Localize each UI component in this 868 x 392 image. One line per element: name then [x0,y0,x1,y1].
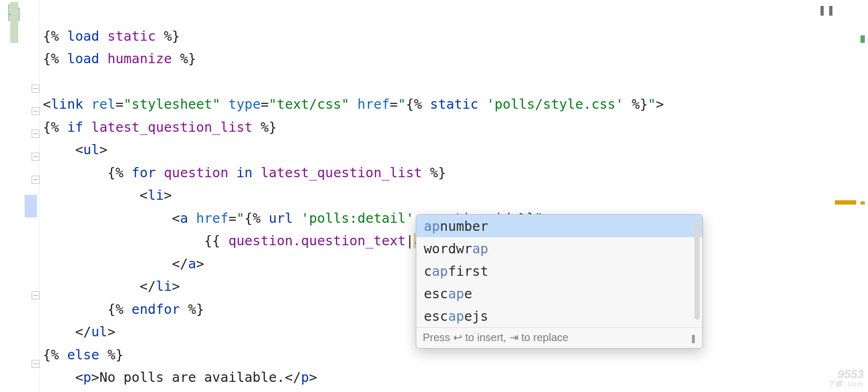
attr-href: href [196,210,228,226]
tag-ul: ul [83,142,99,157]
autocomplete-item-capfirst[interactable]: capfirst [416,260,702,282]
keyword-url: url [269,210,293,226]
gutter [0,0,40,392]
tag-link: link [51,96,83,112]
keyword-in: in [236,165,252,180]
keyword-static: static [430,96,478,112]
more-options-icon[interactable]: ••• [691,334,696,342]
hint-text: to insert, [462,331,510,343]
static-path: 'polls/style.css' [487,96,624,112]
rail-marker-warning-wide[interactable] [835,200,856,205]
attr-rel: rel [91,96,115,112]
expr-question-text: question.question_text [228,233,406,248]
fold-toggle[interactable] [32,130,40,138]
fold-toggle[interactable] [32,291,40,299]
autocomplete-item-apnumber[interactable]: apnumber [416,215,702,237]
val-stylesheet: "stylesheet" [124,96,221,112]
tag-a-close: a [188,256,196,272]
autocomplete-item-escapejs[interactable]: escapejs [416,305,702,327]
rail-marker-warning[interactable] [860,201,865,205]
val-textcss: "text/css" [269,96,350,112]
autocomplete-popup[interactable]: apnumber wordwrap capfirst escape escape… [416,214,703,349]
keyword-for: for [132,165,156,180]
pause-icon[interactable]: ❚❚ [819,3,836,17]
var-latest-question-list: latest_question_list [91,119,252,135]
hint-text: Press [423,331,453,343]
module-static: static [107,28,155,44]
tag-ul-close: ul [91,324,107,340]
watermark: 9553 下载 .com [828,370,864,389]
fold-toggle[interactable] [32,153,40,161]
hint-text: to replace [519,331,568,343]
attr-href: href [357,96,390,112]
autocomplete-list[interactable]: apnumber wordwrap capfirst escape escape… [416,215,702,327]
fold-toggle[interactable] [32,360,40,368]
keyword-else: else [67,347,99,363]
tag-a: a [180,210,188,226]
loop-iterable: latest_question_list [260,165,422,180]
keyword-if: if [67,119,83,135]
rail-marker-ok[interactable] [860,35,865,43]
tag-p: p [83,370,91,385]
keyword-load: load [67,28,99,44]
autocomplete-item-escape[interactable]: escape [416,282,702,305]
enter-icon: ↩ [453,331,462,343]
keyword-load: load [67,51,99,66]
loop-var: question [164,165,228,180]
text-no-polls: No polls are available. [99,370,285,385]
editor-right-rail: ❚❚ [857,0,868,392]
autocomplete-hint: Press ↩ to insert, ⇥ to replace ••• [416,327,702,348]
url-route: 'polls:detail' [301,210,414,226]
tag-p-close: p [301,370,309,385]
fold-toggle[interactable] [32,176,40,184]
attr-type: type [228,96,260,112]
fold-toggle[interactable] [32,85,40,93]
tag-li: li [148,187,164,203]
module-humanize: humanize [107,51,171,66]
current-line-gutter [25,195,37,217]
autocomplete-item-wordwrap[interactable]: wordwrap [416,237,702,260]
fold-toggle[interactable] [32,107,40,115]
tab-icon: ⇥ [510,331,519,343]
vcs-change-marker [10,2,18,43]
autocomplete-scrollbar[interactable] [694,219,700,320]
tag-li-close: li [156,278,172,294]
keyword-endfor: endfor [132,301,180,317]
